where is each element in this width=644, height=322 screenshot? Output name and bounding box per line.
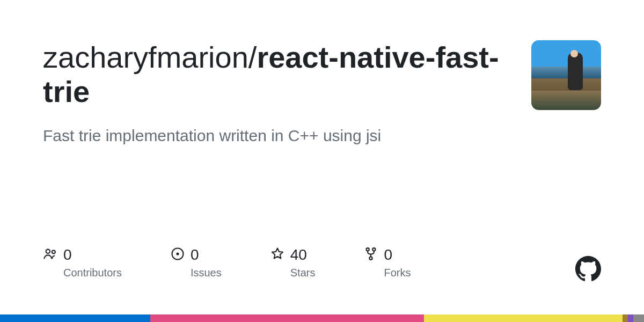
stat-forks[interactable]: 0 Forks <box>363 246 411 279</box>
owner-avatar[interactable] <box>531 40 601 110</box>
svg-point-1 <box>52 250 55 253</box>
github-logo-icon[interactable] <box>575 256 601 282</box>
stars-value: 40 <box>290 246 307 264</box>
forks-label: Forks <box>384 267 411 279</box>
language-segment <box>623 314 628 322</box>
repo-owner[interactable]: zacharyfmarion <box>43 40 248 74</box>
repo-separator: / <box>248 40 257 74</box>
language-segment <box>0 314 150 322</box>
repo-stats: 0 Contributors 0 Issues 40 Stars 0 Forks <box>43 246 411 279</box>
language-segment <box>424 314 623 322</box>
issue-icon <box>170 246 185 264</box>
issues-label: Issues <box>191 267 222 279</box>
language-segment <box>633 314 644 322</box>
svg-point-0 <box>46 250 50 253</box>
stat-issues[interactable]: 0 Issues <box>170 246 222 279</box>
stat-contributors[interactable]: 0 Contributors <box>43 246 122 279</box>
language-stripe <box>0 314 644 322</box>
stat-stars[interactable]: 40 Stars <box>270 246 316 279</box>
star-icon <box>270 246 285 264</box>
svg-point-4 <box>367 248 369 251</box>
svg-point-5 <box>373 248 376 251</box>
people-icon <box>43 246 58 264</box>
issues-value: 0 <box>191 246 199 264</box>
language-segment <box>628 314 633 322</box>
fork-icon <box>363 246 378 264</box>
stars-label: Stars <box>290 267 316 279</box>
repo-description: Fast trie implementation written in C++ … <box>43 125 510 147</box>
repo-title: zacharyfmarion/react-native-fast-trie <box>43 40 510 109</box>
forks-value: 0 <box>384 246 392 264</box>
language-segment <box>150 314 424 322</box>
contributors-label: Contributors <box>63 267 122 279</box>
contributors-value: 0 <box>63 246 72 264</box>
svg-point-6 <box>370 257 372 259</box>
svg-point-3 <box>176 252 179 255</box>
